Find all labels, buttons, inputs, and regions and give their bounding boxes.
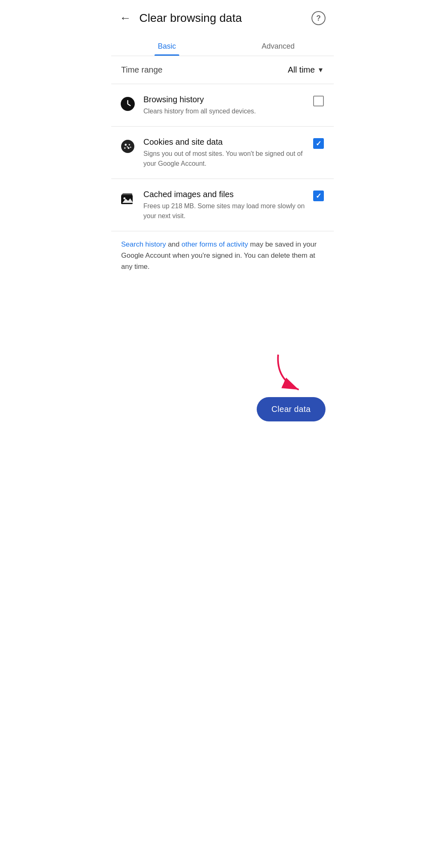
cached-images-desc: Frees up 218 MB. Some sites may load mor… <box>143 201 307 221</box>
tab-advanced[interactable]: Advanced <box>222 36 334 56</box>
search-history-link[interactable]: Search history <box>121 240 166 248</box>
svg-point-5 <box>125 144 127 146</box>
checkbox-checked-icon-2[interactable] <box>313 191 324 201</box>
cookies-checkbox[interactable] <box>313 138 324 149</box>
clock-icon <box>119 95 137 113</box>
other-activity-link[interactable]: other forms of activity <box>182 240 248 248</box>
page-title: Clear browsing data <box>139 12 312 25</box>
browsing-history-desc: Clears history from all synced devices. <box>143 106 307 116</box>
header: ← Clear browsing data ? <box>111 0 334 33</box>
browsing-history-checkbox[interactable] <box>313 96 324 106</box>
time-range-label: Time range <box>121 65 162 75</box>
clear-data-button[interactable]: Clear data <box>257 397 326 421</box>
image-icon <box>119 190 137 208</box>
help-icon: ? <box>316 14 321 23</box>
svg-point-8 <box>128 147 129 149</box>
time-range-value: All time <box>288 65 315 75</box>
checkbox-checked-icon[interactable] <box>313 138 324 149</box>
svg-point-7 <box>124 147 126 149</box>
cookies-content: Cookies and site data Signs you out of m… <box>143 136 307 169</box>
clear-data-btn-container: Clear data <box>257 397 326 421</box>
svg-point-15 <box>124 198 126 200</box>
time-range-select[interactable]: All time ▼ <box>288 65 324 75</box>
cookies-desc: Signs you out of most sites. You won't b… <box>143 149 307 169</box>
svg-point-9 <box>130 147 131 148</box>
browsing-history-content: Browsing history Clears history from all… <box>143 94 307 116</box>
browsing-history-title: Browsing history <box>143 94 307 105</box>
cached-images-title: Cached images and files <box>143 189 307 200</box>
cookies-title: Cookies and site data <box>143 136 307 147</box>
svg-point-10 <box>127 146 128 148</box>
tabs-container: Basic Advanced <box>111 36 334 56</box>
info-text: Search history and other forms of activi… <box>111 231 334 285</box>
cached-images-item: Cached images and files Frees up 218 MB.… <box>111 179 334 231</box>
tab-basic[interactable]: Basic <box>111 36 222 56</box>
svg-point-6 <box>129 144 130 146</box>
cookie-icon <box>119 137 137 155</box>
cached-images-content: Cached images and files Frees up 218 MB.… <box>143 189 307 221</box>
arrow-annotation <box>272 350 309 398</box>
cookies-item: Cookies and site data Signs you out of m… <box>111 127 334 179</box>
back-button[interactable]: ← <box>115 7 135 29</box>
browsing-history-item: Browsing history Clears history from all… <box>111 84 334 126</box>
cached-images-checkbox[interactable] <box>313 191 324 201</box>
chevron-down-icon: ▼ <box>317 66 324 74</box>
info-text-and: and <box>168 240 181 248</box>
help-button[interactable]: ? <box>312 11 326 25</box>
time-range-row: Time range All time ▼ <box>111 56 334 84</box>
checkbox-unchecked-icon[interactable] <box>313 96 324 106</box>
